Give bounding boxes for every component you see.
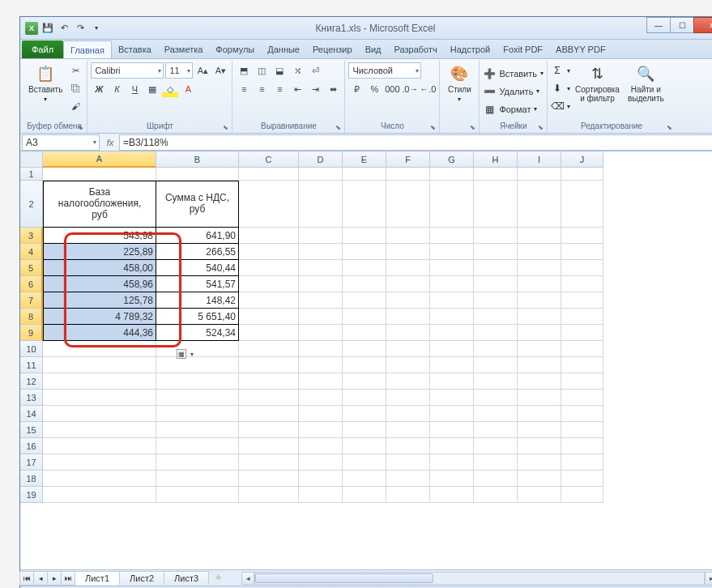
cell-E19[interactable] xyxy=(343,487,386,503)
file-tab[interactable]: Файл xyxy=(22,40,63,58)
clear-button[interactable]: ⌫▾ xyxy=(551,98,570,114)
row-header-10[interactable]: 10 xyxy=(20,341,43,357)
cell-J7[interactable] xyxy=(561,292,603,309)
cell-G3[interactable] xyxy=(430,228,474,244)
cell-D6[interactable] xyxy=(299,276,343,292)
cell-J4[interactable] xyxy=(561,244,603,260)
cell-A2[interactable]: База налогообложения, руб xyxy=(43,181,156,228)
cell-I12[interactable] xyxy=(518,373,561,390)
cell-A11[interactable] xyxy=(43,357,156,373)
cell-H8[interactable] xyxy=(474,309,518,325)
align-center-icon[interactable]: ≡ xyxy=(254,81,270,97)
cell-I18[interactable] xyxy=(518,471,561,487)
cell-I14[interactable] xyxy=(518,406,561,422)
cell-C7[interactable] xyxy=(239,292,299,309)
cell-F2[interactable] xyxy=(386,181,430,228)
format-cells-button[interactable]: ▦Формат▾ xyxy=(483,101,537,117)
border-icon[interactable]: ▦ xyxy=(144,81,160,97)
col-header-C[interactable]: C xyxy=(239,151,299,168)
cell-G10[interactable] xyxy=(430,341,474,357)
cell-F13[interactable] xyxy=(386,390,430,406)
cell-B11[interactable] xyxy=(156,357,239,373)
cell-E6[interactable] xyxy=(343,276,386,292)
cell-H13[interactable] xyxy=(474,390,518,406)
cell-E13[interactable] xyxy=(343,390,386,406)
cell-C12[interactable] xyxy=(239,373,299,390)
cell-F16[interactable] xyxy=(386,438,430,454)
sheet-tab-Лист1[interactable]: Лист1 xyxy=(75,571,120,585)
find-select-button[interactable]: 🔍 Найти и выделить xyxy=(625,62,667,104)
autosum-button[interactable]: Σ▾ xyxy=(551,62,570,79)
cell-B18[interactable] xyxy=(156,471,239,487)
cell-I8[interactable] xyxy=(518,309,561,325)
cell-F11[interactable] xyxy=(386,357,430,373)
align-middle-icon[interactable]: ◫ xyxy=(254,62,270,79)
copy-icon[interactable]: ⿻ xyxy=(67,80,83,96)
cell-C5[interactable] xyxy=(239,260,299,276)
cell-I2[interactable] xyxy=(518,181,561,228)
italic-icon[interactable]: К xyxy=(109,81,125,97)
col-header-A[interactable]: A xyxy=(43,151,156,168)
minimize-button[interactable]: — xyxy=(646,17,671,33)
cell-C3[interactable] xyxy=(239,228,299,244)
cell-I15[interactable] xyxy=(518,422,561,438)
sheet-first-icon[interactable]: ⏮ xyxy=(19,571,34,586)
cell-D17[interactable] xyxy=(299,454,343,471)
cell-F15[interactable] xyxy=(386,422,430,438)
cell-B15[interactable] xyxy=(156,422,239,438)
inc-decimal-icon[interactable]: .0→ xyxy=(402,81,418,97)
cell-C6[interactable] xyxy=(239,276,299,292)
cell-I16[interactable] xyxy=(518,438,561,454)
sheet-tab-Лист3[interactable]: Лист3 xyxy=(164,571,209,585)
row-header-2[interactable]: 2 xyxy=(20,181,43,228)
cell-G19[interactable] xyxy=(430,487,474,503)
close-button[interactable]: ✕ xyxy=(693,17,712,33)
fill-color-icon[interactable]: ◇ xyxy=(162,81,178,97)
cell-H11[interactable] xyxy=(474,357,518,373)
cell-J9[interactable] xyxy=(561,325,603,341)
align-bottom-icon[interactable]: ⬓ xyxy=(271,62,288,79)
cell-A8[interactable]: 4 789,32 xyxy=(43,309,156,325)
cell-B6[interactable]: 541,57 xyxy=(156,276,239,292)
cell-A12[interactable] xyxy=(43,373,156,390)
cell-I13[interactable] xyxy=(518,390,561,406)
cell-H12[interactable] xyxy=(474,373,518,390)
col-header-J[interactable]: J xyxy=(561,151,603,168)
cell-F5[interactable] xyxy=(386,260,430,276)
cell-C8[interactable] xyxy=(239,309,299,325)
cell-F7[interactable] xyxy=(386,292,430,309)
cell-A9[interactable]: 444,36 xyxy=(43,325,156,341)
col-header-G[interactable]: G xyxy=(430,151,474,168)
sheet-prev-icon[interactable]: ◂ xyxy=(33,571,48,586)
cell-C18[interactable] xyxy=(239,471,299,487)
underline-icon[interactable]: Ч xyxy=(126,81,143,97)
cut-icon[interactable]: ✂ xyxy=(67,62,83,79)
row-header-16[interactable]: 16 xyxy=(20,438,43,454)
cell-G16[interactable] xyxy=(430,438,474,454)
cell-I11[interactable] xyxy=(518,357,561,373)
col-header-D[interactable]: D xyxy=(299,151,343,168)
cell-E2[interactable] xyxy=(343,181,386,228)
cell-D13[interactable] xyxy=(299,390,343,406)
paste-button[interactable]: 📋 Вставить ▾ xyxy=(25,62,66,104)
cell-J6[interactable] xyxy=(561,276,603,292)
cell-I5[interactable] xyxy=(518,260,561,276)
cell-E18[interactable] xyxy=(343,471,386,487)
col-header-F[interactable]: F xyxy=(386,151,430,168)
cell-E9[interactable] xyxy=(343,325,386,341)
cell-A14[interactable] xyxy=(43,406,156,422)
cell-D4[interactable] xyxy=(299,244,343,260)
cell-H17[interactable] xyxy=(474,454,518,471)
row-header-14[interactable]: 14 xyxy=(20,406,43,422)
sheet-last-icon[interactable]: ⏭ xyxy=(61,571,75,586)
bold-icon[interactable]: Ж xyxy=(91,81,107,97)
cell-G5[interactable] xyxy=(430,260,474,276)
cell-H18[interactable] xyxy=(474,471,518,487)
insert-cells-button[interactable]: ➕Вставить▾ xyxy=(483,66,544,82)
orientation-icon[interactable]: ⤭ xyxy=(289,62,305,79)
row-header-12[interactable]: 12 xyxy=(20,373,43,390)
col-header-E[interactable]: E xyxy=(343,151,386,168)
row-header-9[interactable]: 9 xyxy=(20,325,43,341)
cell-E17[interactable] xyxy=(343,454,386,471)
col-header-I[interactable]: I xyxy=(518,151,561,168)
